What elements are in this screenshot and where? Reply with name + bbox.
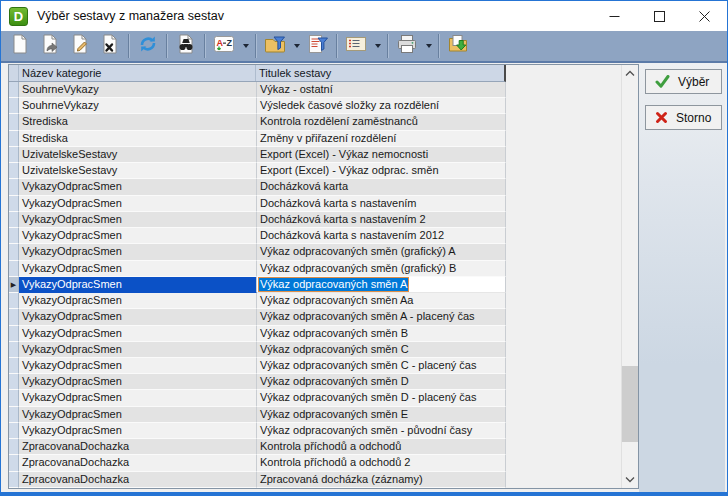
- category-cell[interactable]: VykazyOdpracSmen: [19, 326, 257, 342]
- title-cell[interactable]: Docházková karta s nastavením: [257, 196, 506, 212]
- table-row[interactable]: VykazyOdpracSmenVýkaz odpracovaných směn…: [9, 423, 506, 439]
- category-cell[interactable]: ZpracovanaDochazka: [19, 472, 257, 488]
- export-button[interactable]: [443, 32, 473, 60]
- category-cell[interactable]: VykazyOdpracSmen: [19, 228, 257, 244]
- title-cell[interactable]: Změny v přiřazení rozdělení: [257, 131, 506, 147]
- edit-report-button[interactable]: [65, 32, 95, 60]
- title-cell[interactable]: Výkaz odpracovaných směn B: [257, 326, 506, 342]
- category-cell[interactable]: VykazyOdpracSmen: [19, 244, 257, 260]
- table-row[interactable]: UzivatelskeSestavyExport (Excel) - Výkaz…: [9, 147, 506, 163]
- title-cell[interactable]: Kontrola rozdělení zaměstnanců: [257, 114, 506, 130]
- print-button[interactable]: [392, 32, 422, 60]
- scroll-up-button[interactable]: [622, 65, 638, 82]
- filter-dropdown-button[interactable]: [290, 32, 303, 60]
- table-row[interactable]: VykazyOdpracSmenVýkaz odpracovaných směn…: [9, 358, 506, 374]
- title-cell[interactable]: Výkaz odpracovaných směn C: [257, 342, 506, 358]
- title-cell[interactable]: Výkaz odpracovaných směn D - placený čas: [257, 390, 506, 406]
- table-row[interactable]: VykazyOdpracSmenDocházková karta: [9, 179, 506, 195]
- table-row[interactable]: VykazyOdpracSmenVýkaz odpracovaných směn…: [9, 293, 506, 309]
- category-cell[interactable]: UzivatelskeSestavy: [19, 147, 257, 163]
- filter-list-button[interactable]: [303, 32, 333, 60]
- category-cell[interactable]: VykazyOdpracSmen: [19, 261, 257, 277]
- title-cell[interactable]: Výsledek časové složky za rozdělení: [257, 98, 506, 114]
- title-cell[interactable]: Výkaz odpracovaných směn C - placený čas: [257, 358, 506, 374]
- title-cell[interactable]: Export (Excel) - Výkaz nemocnosti: [257, 147, 506, 163]
- category-cell[interactable]: Strediska: [19, 131, 257, 147]
- table-row[interactable]: VykazyOdpracSmenVýkaz odpracovaných směn…: [9, 390, 506, 406]
- maximize-button[interactable]: [637, 1, 682, 31]
- title-cell[interactable]: Výkaz - ostatní: [257, 82, 506, 98]
- title-cell[interactable]: Výkaz odpracovaných směn (grafický) A: [257, 244, 506, 260]
- table-row[interactable]: StrediskaZměny v přiřazení rozdělení: [9, 131, 506, 147]
- title-cell[interactable]: Výkaz odpracovaných směn A: [257, 277, 506, 293]
- category-cell[interactable]: VykazyOdpracSmen: [19, 179, 257, 195]
- table-row[interactable]: SouhrneVykazyVýkaz - ostatní: [9, 82, 506, 98]
- cancel-button[interactable]: Storno: [645, 105, 722, 130]
- category-cell[interactable]: SouhrneVykazy: [19, 82, 257, 98]
- columns-button[interactable]: [341, 32, 371, 60]
- title-cell[interactable]: Docházková karta s nastavením 2: [257, 212, 506, 228]
- category-cell[interactable]: VykazyOdpracSmen: [19, 407, 257, 423]
- scroll-down-button[interactable]: [622, 471, 638, 488]
- title-cell[interactable]: Výkaz odpracovaných směn Aa: [257, 293, 506, 309]
- category-cell[interactable]: VykazyOdpracSmen: [19, 277, 257, 293]
- table-row[interactable]: VykazyOdpracSmenVýkaz odpracovaných směn…: [9, 326, 506, 342]
- table-row[interactable]: VykazyOdpracSmenVýkaz odpracovaných směn…: [9, 407, 506, 423]
- copy-report-button[interactable]: [35, 32, 65, 60]
- title-cell[interactable]: Kontrola příchodů a odchodů: [257, 439, 506, 455]
- sort-az-dropdown-button[interactable]: [239, 32, 252, 60]
- table-row[interactable]: ZpracovanaDochazkaZpracovaná docházka (z…: [9, 472, 506, 488]
- category-cell[interactable]: VykazyOdpracSmen: [19, 212, 257, 228]
- table-row[interactable]: VykazyOdpracSmenDocházková karta s nasta…: [9, 196, 506, 212]
- refresh-button[interactable]: [133, 32, 163, 60]
- find-button[interactable]: [171, 32, 201, 60]
- title-cell[interactable]: Výkaz odpracovaných směn D: [257, 374, 506, 390]
- table-row[interactable]: VykazyOdpracSmenVýkaz odpracovaných směn…: [9, 261, 506, 277]
- table-row[interactable]: ▶VykazyOdpracSmenVýkaz odpracovaných smě…: [9, 277, 506, 293]
- title-cell[interactable]: Kontrola příchodů a odchodů 2: [257, 455, 506, 471]
- table-row[interactable]: VykazyOdpracSmenVýkaz odpracovaných směn…: [9, 374, 506, 390]
- table-row[interactable]: StrediskaKontrola rozdělení zaměstnanců: [9, 114, 506, 130]
- title-cell[interactable]: Docházková karta s nastavením 2012: [257, 228, 506, 244]
- select-button[interactable]: Výběr: [645, 69, 722, 94]
- title-cell[interactable]: Docházková karta: [257, 179, 506, 195]
- title-cell[interactable]: Výkaz odpracovaných směn E: [257, 407, 506, 423]
- table-row[interactable]: VykazyOdpracSmenDocházková karta s nasta…: [9, 212, 506, 228]
- category-cell[interactable]: UzivatelskeSestavy: [19, 163, 257, 179]
- table-row[interactable]: SouhrneVykazyVýsledek časové složky za r…: [9, 98, 506, 114]
- selected-title-editor[interactable]: Výkaz odpracovaných směn A: [258, 277, 409, 292]
- table-row[interactable]: UzivatelskeSestavyExport (Excel) - Výkaz…: [9, 163, 506, 179]
- print-dropdown-button[interactable]: [422, 32, 435, 60]
- category-cell[interactable]: ZpracovanaDochazka: [19, 455, 257, 471]
- title-cell[interactable]: Výkaz odpracovaných směn A - placený čas: [257, 309, 506, 325]
- table-row[interactable]: VykazyOdpracSmenVýkaz odpracovaných směn…: [9, 244, 506, 260]
- table-row[interactable]: ZpracovanaDochazkaKontrola příchodů a od…: [9, 455, 506, 471]
- title-cell[interactable]: Export (Excel) - Výkaz odprac. směn: [257, 163, 506, 179]
- delete-report-button[interactable]: [95, 32, 125, 60]
- title-cell[interactable]: Výkaz odpracovaných směn - původní časy: [257, 423, 506, 439]
- title-cell[interactable]: Zpracovaná docházka (záznamy): [257, 472, 506, 488]
- column-header-title[interactable]: Titulek sestavy: [256, 65, 504, 81]
- category-cell[interactable]: VykazyOdpracSmen: [19, 293, 257, 309]
- filter-button[interactable]: [260, 32, 290, 60]
- scrollbar-thumb[interactable]: [622, 366, 638, 442]
- category-cell[interactable]: VykazyOdpracSmen: [19, 342, 257, 358]
- table-row[interactable]: VykazyOdpracSmenVýkaz odpracovaných směn…: [9, 309, 506, 325]
- table-row[interactable]: VykazyOdpracSmenVýkaz odpracovaných směn…: [9, 342, 506, 358]
- category-cell[interactable]: VykazyOdpracSmen: [19, 196, 257, 212]
- category-cell[interactable]: SouhrneVykazy: [19, 98, 257, 114]
- table-row[interactable]: ZpracovanaDochazkaKontrola příchodů a od…: [9, 439, 506, 455]
- sort-az-button[interactable]: AZ: [209, 32, 239, 60]
- new-report-button[interactable]: [5, 32, 35, 60]
- minimize-button[interactable]: [592, 1, 637, 31]
- category-cell[interactable]: ZpracovanaDochazka: [19, 439, 257, 455]
- category-cell[interactable]: VykazyOdpracSmen: [19, 309, 257, 325]
- category-cell[interactable]: VykazyOdpracSmen: [19, 390, 257, 406]
- column-header-category[interactable]: Název kategorie: [19, 65, 256, 81]
- table-row[interactable]: VykazyOdpracSmenDocházková karta s nasta…: [9, 228, 506, 244]
- category-cell[interactable]: VykazyOdpracSmen: [19, 423, 257, 439]
- title-cell[interactable]: Výkaz odpracovaných směn (grafický) B: [257, 261, 506, 277]
- category-cell[interactable]: VykazyOdpracSmen: [19, 374, 257, 390]
- category-cell[interactable]: Strediska: [19, 114, 257, 130]
- close-button[interactable]: [682, 1, 727, 31]
